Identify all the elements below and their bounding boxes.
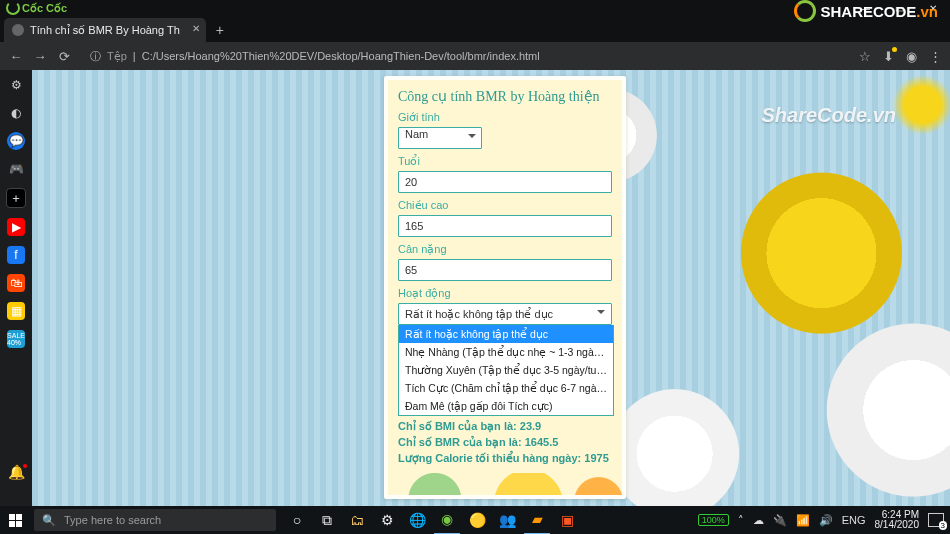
- sidebar-facebook-icon[interactable]: f: [7, 246, 25, 264]
- clock[interactable]: 6:24 PM 8/14/2020: [875, 510, 920, 531]
- settings-icon[interactable]: ⚙: [374, 506, 400, 534]
- battery-indicator[interactable]: 100%: [698, 514, 729, 526]
- watermark-top: ShareCode.vn: [762, 104, 896, 127]
- results-block: Chỉ số BMI của bạn là: 23.9 Chỉ số BMR c…: [398, 419, 612, 467]
- coccoc-swirl-icon: [6, 1, 20, 15]
- coccoc-taskbar-icon[interactable]: ◉: [434, 505, 460, 534]
- sharecode-ring-icon: [794, 0, 816, 22]
- activity-select[interactable]: Rất ít hoặc không tập thể dục: [398, 303, 612, 325]
- bookmark-star-icon[interactable]: ☆: [859, 49, 871, 64]
- sidebar-shopping-icon[interactable]: 🛍: [7, 274, 25, 292]
- clock-date: 8/14/2020: [875, 520, 920, 531]
- weight-input[interactable]: [398, 259, 612, 281]
- card-footer-decoration: [388, 473, 622, 495]
- sidebar-messenger-icon[interactable]: 💬: [7, 132, 25, 150]
- sidebar-bell-icon[interactable]: 🔔: [8, 464, 25, 480]
- activity-option[interactable]: Tích Cực (Chăm chỉ tập thể dục 6-7 ngày/…: [399, 379, 613, 397]
- caret-down-icon: [597, 310, 605, 318]
- sidebar-settings-icon[interactable]: ⚙: [7, 76, 25, 94]
- caret-down-icon: [468, 134, 476, 142]
- power-icon[interactable]: 🔌: [773, 514, 787, 527]
- sidebar-gamepad-icon[interactable]: 🎮: [7, 160, 25, 178]
- activity-option[interactable]: Thường Xuyên (Tập thể dục 3-5 ngày/tuần): [399, 361, 613, 379]
- result-cal: Lượng Calorie tối thiểu hàng ngày: 1975: [398, 451, 612, 467]
- card-title: Công cụ tính BMR by Hoàng thiện: [398, 88, 612, 105]
- teams-icon[interactable]: 👥: [494, 506, 520, 534]
- height-label: Chiều cao: [398, 199, 612, 212]
- url-scheme: Tệp: [107, 50, 127, 63]
- sidebar-youtube-icon[interactable]: ▶: [7, 218, 25, 236]
- activity-option[interactable]: Đam Mê (tập gấp đôi Tích cực): [399, 397, 613, 415]
- age-input[interactable]: [398, 171, 612, 193]
- result-bmi: Chỉ số BMI của bạn là: 23.9: [398, 419, 612, 435]
- system-tray: 100% ˄ ☁ 🔌 📶 🔊 ENG 6:24 PM 8/14/2020: [698, 510, 950, 531]
- page-viewport: ShareCode.vn Copyright © ShareCode.vn Cô…: [32, 70, 950, 506]
- explorer-icon[interactable]: 🗂: [344, 506, 370, 534]
- height-input[interactable]: [398, 215, 612, 237]
- search-placeholder: Type here to search: [64, 514, 161, 526]
- sidebar-sale-icon[interactable]: SALE40%: [7, 330, 25, 348]
- app-extra-icon[interactable]: ▣: [554, 506, 580, 534]
- sidebar-add-icon[interactable]: ＋: [6, 188, 26, 208]
- nav-reload-icon[interactable]: ⟳: [56, 49, 72, 64]
- taskbar-pinned: ○ ⧉ 🗂 ⚙ 🌐 ◉ 🟡 👥 ▰ ▣: [284, 505, 580, 534]
- onedrive-icon[interactable]: ☁: [753, 514, 764, 527]
- new-tab-button[interactable]: +: [208, 18, 232, 42]
- action-center-icon[interactable]: [928, 513, 944, 527]
- site-info-icon[interactable]: ⓘ: [90, 49, 101, 64]
- activity-label: Hoạt động: [398, 287, 612, 300]
- age-label: Tuổi: [398, 155, 612, 168]
- sidebar-theme-icon[interactable]: ◐: [7, 104, 25, 122]
- browser-menu-icon[interactable]: ⋮: [929, 49, 942, 64]
- tab-close-icon[interactable]: ✕: [192, 23, 200, 34]
- start-button[interactable]: [0, 506, 30, 534]
- gender-select[interactable]: Nam: [398, 127, 482, 149]
- tab-active[interactable]: Tính chỉ số BMR By Hoàng Th ✕: [4, 18, 206, 42]
- url-text: C:/Users/Hoang%20Thien%20DEV/Desktop/Hoa…: [142, 50, 540, 62]
- cortana-icon[interactable]: ○: [284, 506, 310, 534]
- activity-options: Rất ít hoặc không tập thể dục Nhẹ Nhàng …: [398, 325, 614, 416]
- bmr-card: Công cụ tính BMR by Hoàng thiện Giới tín…: [384, 76, 626, 499]
- gender-label: Giới tính: [398, 111, 612, 124]
- profile-icon[interactable]: ◉: [906, 49, 917, 64]
- volume-icon[interactable]: 🔊: [819, 514, 833, 527]
- edge-icon[interactable]: 🌐: [404, 506, 430, 534]
- browser-sidebar: ⚙ ◐ 💬 🎮 ＋ ▶ f 🛍 ▦ SALE40% 🔔: [0, 70, 32, 506]
- result-bmr: Chỉ số BMR của bạn là: 1645.5: [398, 435, 612, 451]
- taskview-icon[interactable]: ⧉: [314, 506, 340, 534]
- language-indicator[interactable]: ENG: [842, 514, 866, 526]
- windows-taskbar: 🔍 Type here to search ○ ⧉ 🗂 ⚙ 🌐 ◉ 🟡 👥 ▰ …: [0, 506, 950, 534]
- chrome-taskbar-icon[interactable]: 🟡: [464, 506, 490, 534]
- taskbar-search[interactable]: 🔍 Type here to search: [34, 509, 276, 531]
- sublime-icon[interactable]: ▰: [524, 505, 550, 534]
- url-input[interactable]: ⓘ Tệp | C:/Users/Hoang%20Thien%20DEV/Des…: [80, 46, 851, 66]
- nav-back-icon[interactable]: ←: [8, 49, 24, 64]
- tab-favicon-icon: [12, 24, 24, 36]
- url-separator: |: [133, 50, 136, 62]
- download-icon[interactable]: ⬇: [883, 49, 894, 64]
- search-icon: 🔍: [42, 514, 56, 527]
- coccoc-logo: Cốc Cốc: [6, 1, 67, 15]
- wifi-icon[interactable]: 📶: [796, 514, 810, 527]
- app-name: Cốc Cốc: [22, 2, 67, 15]
- sidebar-app1-icon[interactable]: ▦: [7, 302, 25, 320]
- weight-label: Cân nặng: [398, 243, 612, 256]
- nav-forward-icon[interactable]: →: [32, 49, 48, 64]
- activity-option[interactable]: Rất ít hoặc không tập thể dục: [399, 325, 613, 343]
- sharecode-text: SHARECODE.vn: [820, 3, 938, 20]
- address-bar: ← → ⟳ ⓘ Tệp | C:/Users/Hoang%20Thien%20D…: [0, 42, 950, 70]
- activity-option[interactable]: Nhẹ Nhàng (Tập thể dục nhẹ ~ 1-3 ngày/tu…: [399, 343, 613, 361]
- sharecode-logo: SHARECODE.vn: [794, 0, 938, 22]
- gender-value: Nam: [405, 128, 428, 140]
- tab-title: Tính chỉ số BMR By Hoàng Th: [30, 24, 180, 37]
- activity-value: Rất ít hoặc không tập thể dục: [405, 308, 553, 321]
- tray-chevron-icon[interactable]: ˄: [738, 514, 744, 527]
- windows-logo-icon: [9, 514, 22, 527]
